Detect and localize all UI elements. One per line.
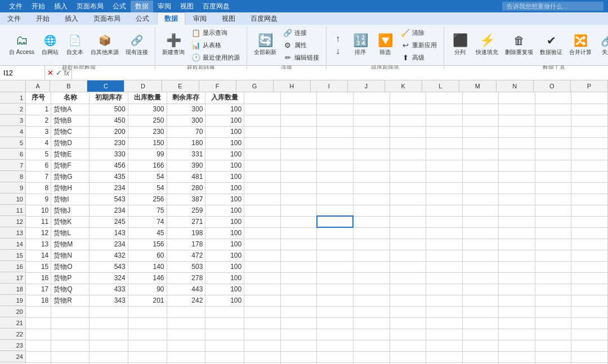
cell-A23[interactable] bbox=[26, 340, 51, 351]
cell-A9[interactable]: 8 bbox=[26, 182, 51, 194]
cell-K14[interactable] bbox=[390, 239, 426, 250]
cell-D24[interactable] bbox=[128, 351, 167, 362]
cell-F5[interactable]: 100 bbox=[205, 137, 244, 149]
menu-item-layout[interactable]: 页面布局 bbox=[72, 1, 108, 12]
cell-G20[interactable] bbox=[244, 306, 281, 317]
cancel-formula-icon[interactable]: ✕ bbox=[47, 69, 53, 77]
cell-C4[interactable]: 200 bbox=[89, 126, 128, 137]
cell-O9[interactable] bbox=[535, 182, 571, 194]
cell-I7[interactable] bbox=[317, 160, 354, 171]
cell-J3[interactable] bbox=[353, 115, 390, 126]
cell-P7[interactable] bbox=[571, 160, 608, 171]
cell-N19[interactable] bbox=[499, 295, 535, 306]
cell-J19[interactable] bbox=[353, 295, 390, 306]
cell-L4[interactable] bbox=[426, 126, 463, 137]
btn-new-query[interactable]: ➕ 新建查询 bbox=[160, 33, 187, 57]
cell-F12[interactable]: 100 bbox=[205, 216, 244, 227]
cell-L8[interactable] bbox=[426, 171, 463, 182]
tab-view[interactable]: 视图 bbox=[214, 12, 243, 25]
cell-G13[interactable] bbox=[244, 227, 281, 239]
cell-B14[interactable]: 货物M bbox=[51, 239, 90, 250]
cell-C9[interactable]: 234 bbox=[89, 182, 128, 194]
cell-G21[interactable] bbox=[244, 317, 281, 329]
cell-F6[interactable]: 100 bbox=[205, 149, 244, 160]
menu-item-review[interactable]: 审阅 bbox=[153, 1, 176, 12]
cell-K3[interactable] bbox=[390, 115, 426, 126]
cell-B4[interactable]: 货物C bbox=[51, 126, 90, 137]
cell-F3[interactable]: 100 bbox=[205, 115, 244, 126]
cell-M2[interactable] bbox=[462, 104, 499, 115]
row-header-21[interactable]: 21 bbox=[0, 317, 25, 329]
cell-M21[interactable] bbox=[462, 317, 499, 329]
btn-other-sources[interactable]: 📦 自其他来源 bbox=[88, 33, 121, 57]
cell-O18[interactable] bbox=[535, 284, 571, 295]
cell-O23[interactable] bbox=[535, 340, 571, 351]
tab-data[interactable]: 数据 bbox=[157, 12, 185, 25]
btn-existing-connections[interactable]: 🔗 现有连接 bbox=[123, 33, 150, 57]
cell-L2[interactable] bbox=[426, 104, 463, 115]
cell-K24[interactable] bbox=[390, 351, 426, 362]
cell-H8[interactable] bbox=[280, 171, 317, 182]
col-header-b[interactable]: B bbox=[50, 80, 87, 92]
row-header-24[interactable]: 24 bbox=[0, 351, 25, 362]
cell-F13[interactable]: 100 bbox=[205, 227, 244, 239]
cell-B24[interactable] bbox=[51, 351, 90, 362]
cell-I20[interactable] bbox=[317, 306, 354, 317]
cell-F14[interactable]: 100 bbox=[205, 239, 244, 250]
cell-I16[interactable] bbox=[317, 261, 354, 272]
cell-O17[interactable] bbox=[535, 272, 571, 284]
cell-J23[interactable] bbox=[353, 340, 390, 351]
cell-E21[interactable] bbox=[167, 317, 205, 329]
cell-L10[interactable] bbox=[426, 194, 463, 205]
cell-I19[interactable] bbox=[317, 295, 354, 306]
cell-P14[interactable] bbox=[571, 239, 608, 250]
cell-D19[interactable]: 201 bbox=[128, 295, 167, 306]
btn-consolidate[interactable]: 🔀 合并计算 bbox=[567, 33, 594, 57]
cell-F10[interactable]: 100 bbox=[205, 194, 244, 205]
cell-G7[interactable] bbox=[244, 160, 281, 171]
row-header-22[interactable]: 22 bbox=[0, 329, 25, 340]
cell-B23[interactable] bbox=[51, 340, 90, 351]
cell-F16[interactable]: 100 bbox=[205, 261, 244, 272]
cell-G12[interactable] bbox=[244, 216, 281, 227]
cell-C23[interactable] bbox=[89, 340, 128, 351]
cell-H5[interactable] bbox=[280, 137, 317, 149]
cell-O20[interactable] bbox=[535, 306, 571, 317]
col-header-i[interactable]: I bbox=[311, 80, 348, 92]
cell-F20[interactable] bbox=[205, 306, 244, 317]
row-header-15[interactable]: 15 bbox=[0, 250, 25, 261]
cell-L15[interactable] bbox=[426, 250, 463, 261]
cell-G11[interactable] bbox=[244, 205, 281, 216]
cell-F22[interactable] bbox=[205, 329, 244, 340]
cell-I3[interactable] bbox=[317, 115, 354, 126]
cell-K18[interactable] bbox=[390, 284, 426, 295]
cell-B20[interactable] bbox=[51, 306, 90, 317]
cell-D18[interactable]: 90 bbox=[128, 284, 167, 295]
cell-F1[interactable]: 入库数量 bbox=[205, 92, 244, 104]
col-header-l[interactable]: L bbox=[422, 80, 459, 92]
cell-M17[interactable] bbox=[462, 272, 499, 284]
cell-K9[interactable] bbox=[390, 182, 426, 194]
row-header-12[interactable]: 12 bbox=[0, 216, 25, 227]
cell-I11[interactable] bbox=[317, 205, 354, 216]
cell-F11[interactable]: 100 bbox=[205, 205, 244, 216]
cell-B5[interactable]: 货物D bbox=[51, 137, 90, 149]
cell-K22[interactable] bbox=[390, 329, 426, 340]
cell-J12[interactable] bbox=[353, 216, 390, 227]
cell-G16[interactable] bbox=[244, 261, 281, 272]
row-header-17[interactable]: 17 bbox=[0, 272, 25, 284]
cell-N18[interactable] bbox=[499, 284, 535, 295]
cell-L7[interactable] bbox=[426, 160, 463, 171]
cell-K4[interactable] bbox=[390, 126, 426, 137]
tab-insert[interactable]: 插入 bbox=[57, 12, 86, 25]
btn-web[interactable]: 🌐 自网站 bbox=[39, 33, 61, 57]
cell-H7[interactable] bbox=[280, 160, 317, 171]
menu-item-insert[interactable]: 插入 bbox=[50, 1, 72, 12]
cell-K8[interactable] bbox=[390, 171, 426, 182]
cell-C20[interactable] bbox=[89, 306, 128, 317]
cell-O6[interactable] bbox=[535, 149, 571, 160]
cell-K21[interactable] bbox=[390, 317, 426, 329]
cell-F9[interactable]: 100 bbox=[205, 182, 244, 194]
btn-sort-desc[interactable]: ↓ bbox=[331, 46, 347, 57]
cell-reference[interactable]: I12 bbox=[0, 66, 45, 80]
